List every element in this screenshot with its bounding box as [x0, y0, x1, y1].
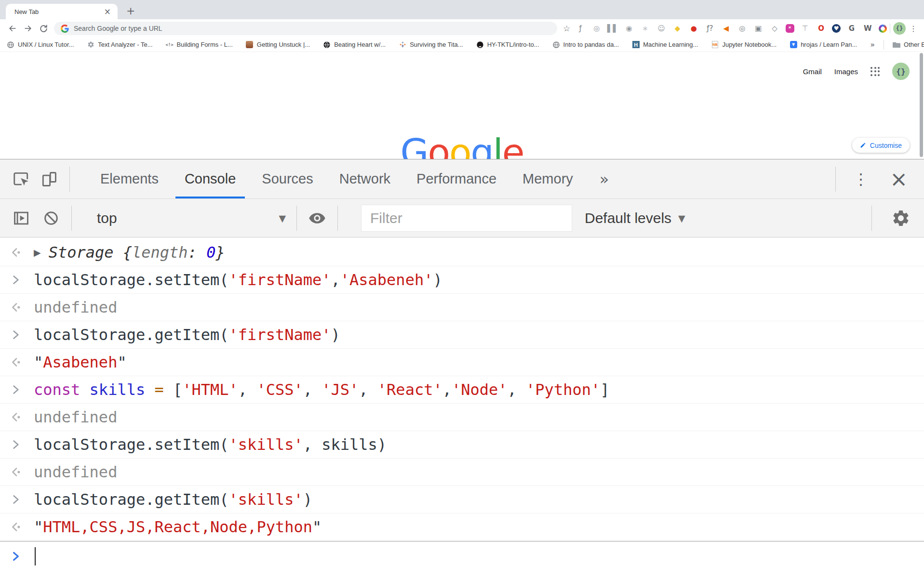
- console-text: length: [132, 243, 188, 262]
- inspect-element-icon[interactable]: [12, 170, 31, 189]
- extension-heart-search-icon[interactable]: ♥: [832, 24, 841, 33]
- extension-eyedropper-icon[interactable]: ◆: [672, 23, 683, 34]
- bookmark-item[interactable]: HY-TKTL/intro-to...: [476, 41, 539, 49]
- extension-pause-icon[interactable]: ▌▌: [607, 23, 618, 34]
- console-text: 'firstName': [229, 271, 331, 289]
- context-label: top: [97, 210, 117, 226]
- bookmark-item[interactable]: HMachine Learning...: [632, 41, 698, 49]
- page-scrollbar[interactable]: [920, 53, 923, 157]
- google-apps-icon[interactable]: [870, 67, 880, 76]
- browser-menu-icon[interactable]: ⋮: [910, 24, 917, 33]
- devtools-tab-memory[interactable]: Memory: [509, 159, 586, 198]
- bookmark-item[interactable]: <!>Building Forms - L...: [166, 41, 233, 49]
- console-filter[interactable]: [361, 205, 572, 232]
- log-levels-dropdown[interactable]: Default levels ▼: [585, 210, 685, 226]
- logo-letter: g: [470, 131, 493, 159]
- bookmark-star-icon[interactable]: ☆: [563, 24, 570, 33]
- console-text: 'CSS': [256, 381, 303, 399]
- extension-flower-icon[interactable]: ∗: [640, 23, 651, 34]
- console-settings-gear-icon[interactable]: [891, 209, 911, 228]
- devtools-tab-network[interactable]: Network: [326, 159, 403, 198]
- bookmark-item[interactable]: Text Analyzer - Te...: [87, 41, 152, 49]
- console-input-row: const skills = ['HTML', 'CSS', 'JS', 'Re…: [0, 376, 924, 404]
- extension-target-icon[interactable]: ◎: [591, 23, 602, 34]
- images-link[interactable]: Images: [834, 67, 858, 76]
- extension-megaphone-icon[interactable]: ◀: [721, 23, 731, 34]
- gmail-link[interactable]: Gmail: [803, 67, 822, 76]
- console-toolbar: top ▼ Default levels ▼: [0, 199, 924, 237]
- browser-tab-new-tab[interactable]: New Tab ×: [6, 4, 118, 19]
- live-expression-eye-icon[interactable]: [308, 209, 327, 228]
- bookmark-item[interactable]: ▼hrojas / Learn Pan...: [790, 41, 857, 49]
- extension-star-badge-icon[interactable]: ◇: [769, 23, 780, 34]
- extension-push-icon[interactable]: ⊤: [800, 23, 810, 34]
- console-object-preview-row[interactable]: ▶Storage {length: 0}: [0, 238, 924, 266]
- console-text: HTML,CSS,JS,React,Node,Python: [43, 518, 312, 536]
- browser-tab-strip: New Tab × +: [0, 0, 924, 19]
- profile-avatar[interactable]: {}: [893, 22, 906, 35]
- console-text: ): [433, 271, 442, 289]
- extension-donut-icon[interactable]: ◎: [737, 23, 748, 34]
- bookmark-item[interactable]: UNIX / Linux Tutor...: [7, 41, 74, 49]
- console-text: 'skills': [229, 435, 303, 454]
- log-levels-label: Default levels: [585, 210, 671, 226]
- reload-icon[interactable]: [36, 21, 51, 36]
- extension-bug-icon[interactable]: ◉: [624, 23, 634, 34]
- bookmarks-overflow-icon[interactable]: »: [870, 40, 875, 49]
- javascript-context-dropdown[interactable]: top ▼: [97, 210, 286, 226]
- disclosure-triangle-icon[interactable]: ▶: [34, 247, 41, 258]
- console-text: {: [123, 243, 132, 262]
- logo-letter: G: [400, 131, 428, 159]
- new-tab-button[interactable]: +: [126, 4, 135, 18]
- console-text: undefined: [34, 298, 117, 316]
- account-avatar[interactable]: {}: [892, 63, 910, 80]
- other-bookmarks-folder[interactable]: Other Bookmarks: [893, 41, 924, 49]
- bookmark-item[interactable]: Intro to pandas da...: [552, 41, 619, 49]
- extension-stop-hand-icon[interactable]: ●: [688, 23, 699, 34]
- devtools-tab-performance[interactable]: Performance: [403, 159, 509, 198]
- input-chevron-icon: [10, 328, 34, 341]
- tab-close-icon[interactable]: ×: [102, 8, 113, 16]
- console-messages: ▶Storage {length: 0}localStorage.setItem…: [0, 238, 924, 578]
- device-toolbar-icon[interactable]: [40, 170, 59, 189]
- bookmark-item[interactable]: Getting Unstuck |...: [246, 41, 310, 49]
- back-icon[interactable]: [5, 21, 20, 36]
- devtools-tab-elements[interactable]: Elements: [87, 159, 172, 198]
- bookmark-item[interactable]: Beating Heart w/...: [323, 41, 386, 49]
- console-toolbar-divider: [71, 206, 72, 231]
- devtools-tab-label: Performance: [416, 171, 496, 187]
- bookmark-label: Intro to pandas da...: [563, 41, 619, 48]
- extension-w-icon[interactable]: W: [862, 23, 873, 34]
- extension-face-icon[interactable]: ☺: [656, 23, 667, 34]
- extension-g-icon[interactable]: G: [846, 23, 857, 34]
- address-bar[interactable]: [54, 22, 557, 35]
- result-arrow-icon: [10, 521, 34, 533]
- more-tabs-icon[interactable]: »: [600, 170, 609, 188]
- bookmark-label: Beating Heart w/...: [334, 41, 386, 48]
- extension-colorwheel-icon[interactable]: [879, 25, 887, 33]
- console-text: =: [154, 381, 173, 399]
- devtools-tab-console[interactable]: Console: [172, 159, 249, 198]
- logo-letter: e: [502, 131, 524, 159]
- extension-onetab-icon[interactable]: O: [816, 23, 827, 34]
- clear-console-icon[interactable]: [41, 209, 61, 228]
- forward-icon[interactable]: [20, 21, 36, 36]
- console-toolbar-divider: [296, 206, 297, 231]
- extension-pink-icon[interactable]: *: [786, 24, 794, 33]
- console-prompt-row[interactable]: [0, 541, 924, 571]
- devtools-close-icon[interactable]: ×: [890, 169, 908, 190]
- devtools-tab-sources[interactable]: Sources: [249, 159, 326, 198]
- bookmark-item[interactable]: Surviving the Tita...: [399, 41, 463, 49]
- browser-toolbar: ☆ ƒ◎▌▌◉∗☺◆●ƒ?◀◎▣◇*⊤O♥GW {} ⋮: [0, 19, 924, 38]
- devtools-tab-bar: ElementsConsoleSourcesNetworkPerformance…: [0, 159, 924, 199]
- extension-fn-help-icon[interactable]: ƒ?: [705, 23, 715, 34]
- customise-button[interactable]: Customise: [852, 138, 910, 153]
- devtools-menu-icon[interactable]: ⋮: [853, 170, 869, 188]
- bookmark-label: Building Forms - L...: [177, 41, 233, 48]
- bookmark-item[interactable]: NBJupyter Notebook...: [711, 41, 777, 49]
- console-sidebar-toggle-icon[interactable]: [12, 209, 31, 228]
- extension-camera-icon[interactable]: ▣: [753, 23, 763, 34]
- console-filter-input[interactable]: [370, 210, 563, 226]
- address-input[interactable]: [74, 25, 514, 32]
- extension-script-f-icon[interactable]: ƒ: [575, 23, 586, 34]
